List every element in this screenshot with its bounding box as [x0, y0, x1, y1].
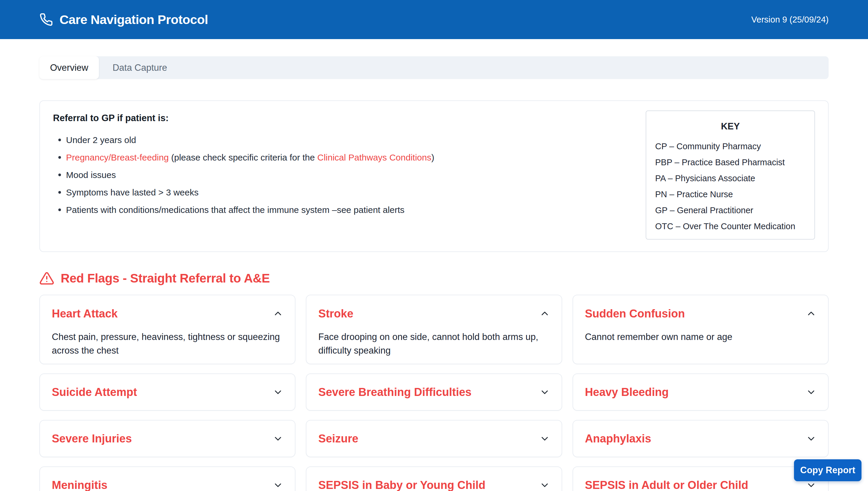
red-flags-heading: Red Flags - Straight Referral to A&E — [39, 271, 829, 286]
card-stroke-header[interactable]: Stroke — [306, 295, 561, 320]
tab-bar: Overview Data Capture — [39, 56, 829, 79]
card-suicide-attempt-header[interactable]: Suicide Attempt — [40, 374, 295, 410]
card-title: Sudden Confusion — [585, 307, 685, 320]
card-sepsis-adult-older-child: SEPSIS in Adult or Older Child — [573, 466, 829, 491]
chevron-down-icon[interactable] — [540, 480, 550, 490]
red-flags-title: Red Flags - Straight Referral to A&E — [61, 271, 270, 286]
card-anaphylaxis-header[interactable]: Anaphylaxis — [573, 421, 828, 457]
referral-item: Symptoms have lasted > 3 weeks — [53, 186, 541, 198]
card-seizure: Seizure — [306, 420, 562, 457]
card-title: Anaphylaxis — [585, 432, 651, 445]
key-item: PA – Physicians Associate — [655, 174, 806, 183]
referral-item-text: ) — [431, 152, 434, 162]
card-title: Heavy Bleeding — [585, 385, 669, 399]
card-title: SEPSIS in Baby or Young Child — [318, 479, 485, 491]
card-heavy-bleeding: Heavy Bleeding — [573, 373, 829, 411]
card-meningitis: Meningitis — [39, 466, 295, 491]
card-sepsis-baby-young-child-header[interactable]: SEPSIS in Baby or Young Child — [306, 467, 561, 491]
pregnancy-breastfeeding-text: Pregnancy/Breast-feeding — [66, 152, 169, 162]
chevron-up-icon[interactable] — [540, 309, 550, 319]
card-meningitis-header[interactable]: Meningitis — [40, 467, 295, 491]
app-header: Care Navigation Protocol Version 9 (25/0… — [0, 0, 868, 39]
referral-item-text: Symptoms have lasted > 3 weeks — [66, 187, 199, 197]
phone-icon — [39, 13, 53, 26]
chevron-down-icon[interactable] — [540, 387, 550, 397]
card-anaphylaxis: Anaphylaxis — [573, 420, 829, 457]
referral-item: Patients with conditions/medications tha… — [53, 204, 541, 215]
card-title: SEPSIS in Adult or Older Child — [585, 479, 748, 491]
card-heart-attack: Heart Attack Chest pain, pressure, heavi… — [39, 295, 295, 364]
referral-item-text: Patients with conditions/medications tha… — [66, 205, 405, 215]
app-brand: Care Navigation Protocol — [39, 12, 751, 27]
card-title: Suicide Attempt — [52, 385, 137, 399]
chevron-down-icon[interactable] — [540, 434, 550, 443]
referral-panel: Referral to GP if patient is: Under 2 ye… — [39, 100, 829, 252]
card-severe-breathing-difficulties: Severe Breathing Difficulties — [306, 373, 562, 411]
key-item: CP – Community Pharmacy — [655, 142, 806, 151]
card-sudden-confusion: Sudden Confusion Cannot remember own nam… — [573, 295, 829, 364]
chevron-down-icon[interactable] — [273, 434, 283, 443]
card-heart-attack-header[interactable]: Heart Attack — [40, 295, 295, 320]
card-seizure-header[interactable]: Seizure — [306, 421, 561, 457]
referral-item: Under 2 years old — [53, 134, 541, 146]
card-title: Stroke — [318, 307, 353, 320]
card-body: Face drooping on one side, cannot hold b… — [306, 320, 561, 357]
card-sepsis-adult-older-child-header[interactable]: SEPSIS in Adult or Older Child — [573, 467, 828, 491]
card-title: Meningitis — [52, 479, 108, 491]
version-label: Version 9 (25/09/24) — [751, 15, 829, 25]
card-body: Cannot remember own name or age — [573, 320, 828, 344]
alert-triangle-icon — [39, 271, 54, 286]
key-panel: KEY CP – Community Pharmacy PBP – Practi… — [646, 111, 815, 239]
card-title: Heart Attack — [52, 307, 118, 320]
card-sepsis-baby-young-child: SEPSIS in Baby or Young Child — [306, 466, 562, 491]
card-title: Seizure — [318, 432, 358, 445]
card-title: Severe Injuries — [52, 432, 132, 445]
chevron-down-icon[interactable] — [806, 434, 816, 443]
card-severe-breathing-difficulties-header[interactable]: Severe Breathing Difficulties — [306, 374, 561, 410]
red-flags-cards-grid: Heart Attack Chest pain, pressure, heavi… — [39, 295, 829, 491]
key-item: PBP – Practice Based Pharmacist — [655, 158, 806, 167]
card-severe-injuries-header[interactable]: Severe Injuries — [40, 421, 295, 457]
referral-item: Pregnancy/Breast-feeding (please check s… — [53, 152, 541, 163]
chevron-down-icon[interactable] — [273, 387, 283, 397]
card-sudden-confusion-header[interactable]: Sudden Confusion — [573, 295, 828, 320]
referral-item: Mood issues — [53, 169, 541, 181]
referral-list: Under 2 years old Pregnancy/Breast-feedi… — [53, 134, 541, 215]
referral-item-text: Under 2 years old — [66, 135, 136, 145]
tab-overview[interactable]: Overview — [39, 56, 99, 79]
key-item: PN – Practice Nurse — [655, 190, 806, 199]
tab-data-capture[interactable]: Data Capture — [99, 56, 181, 79]
key-item: GP – General Practitioner — [655, 206, 806, 215]
card-body: Chest pain, pressure, heaviness, tightne… — [40, 320, 295, 357]
chevron-down-icon[interactable] — [273, 480, 283, 490]
chevron-up-icon[interactable] — [273, 309, 283, 319]
page-title: Care Navigation Protocol — [60, 12, 208, 27]
chevron-down-icon[interactable] — [806, 387, 816, 397]
copy-report-button[interactable]: Copy Report — [794, 459, 862, 481]
card-suicide-attempt: Suicide Attempt — [39, 373, 295, 411]
chevron-down-icon[interactable] — [806, 480, 816, 490]
key-title: KEY — [655, 121, 806, 132]
card-heavy-bleeding-header[interactable]: Heavy Bleeding — [573, 374, 828, 410]
key-item: OTC – Over The Counter Medication — [655, 222, 806, 231]
key-list: CP – Community Pharmacy PBP – Practice B… — [655, 142, 806, 231]
referral-item-text: (please check specific criteria for the — [169, 152, 317, 162]
card-stroke: Stroke Face drooping on one side, cannot… — [306, 295, 562, 364]
card-severe-injuries: Severe Injuries — [39, 420, 295, 457]
chevron-up-icon[interactable] — [806, 309, 816, 319]
clinical-pathways-link[interactable]: Clinical Pathways Conditions — [317, 152, 431, 162]
referral-item-text: Mood issues — [66, 170, 116, 180]
card-title: Severe Breathing Difficulties — [318, 385, 471, 399]
